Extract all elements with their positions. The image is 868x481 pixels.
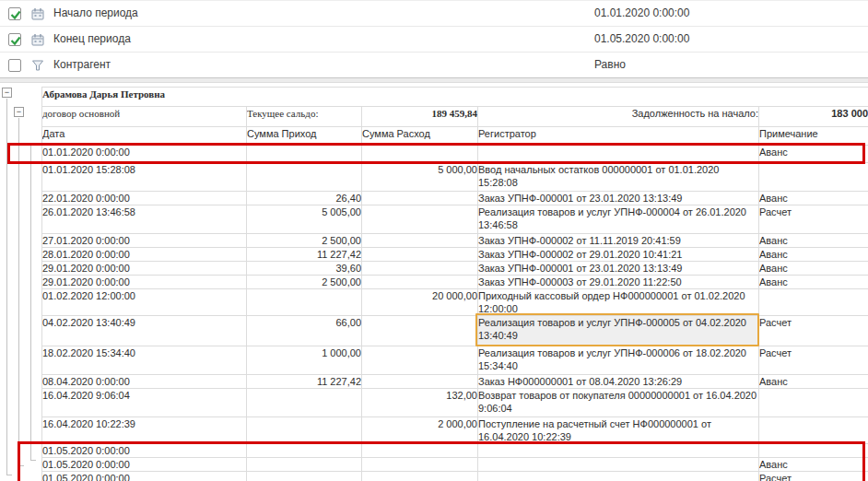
date-cell[interactable]: 01.05.2020 0:00:00 (42, 472, 247, 481)
note-cell[interactable]: Расчет (759, 316, 868, 346)
date-cell[interactable]: 29.01.2020 0:00:00 (42, 276, 247, 289)
table-row[interactable]: 22.01.2020 0:00:0026,40Заказ УПНФ-000001… (42, 192, 868, 205)
date-cell[interactable]: 01.01.2020 0:00:00 (42, 146, 247, 163)
date-cell[interactable]: 01.05.2020 0:00:00 (42, 458, 247, 472)
prihod-cell[interactable] (247, 444, 362, 458)
registrator-cell[interactable]: Возврат товаров от покупателя 0000000000… (478, 389, 759, 417)
rashod-cell[interactable] (362, 205, 478, 234)
column-header-prihod[interactable]: Сумма Приход (247, 127, 362, 146)
prihod-cell[interactable] (247, 163, 362, 192)
table-row[interactable]: 28.01.2020 0:00:0011 227,42Заказ УПНФ-00… (42, 248, 868, 262)
prihod-cell[interactable]: 26,40 (247, 192, 362, 205)
note-cell[interactable]: Аванс (759, 234, 868, 248)
table-row[interactable]: 29.01.2020 0:00:002 500,00Заказ УПНФ-000… (42, 276, 868, 289)
prihod-cell[interactable]: 1 000,00 (247, 346, 362, 375)
contract-label[interactable]: договор основной (42, 107, 247, 127)
rashod-cell[interactable] (362, 444, 478, 458)
table-row[interactable]: 01.02.2020 12:00:0020 000,00Приходный ка… (42, 289, 868, 316)
note-cell[interactable]: Аванс (759, 375, 868, 389)
group-title[interactable]: Абрамова Дарья Петровна (42, 88, 868, 107)
date-cell[interactable]: 28.01.2020 0:00:00 (42, 248, 247, 262)
registrator-cell[interactable]: Заказ УПНФ-000002 от 29.01.2020 10:41:21 (478, 248, 759, 262)
rashod-cell[interactable] (362, 375, 478, 389)
note-cell[interactable] (759, 444, 868, 458)
table-row[interactable]: 01.05.2020 0:00:00 (42, 444, 868, 458)
period-end-checkbox[interactable] (8, 33, 21, 46)
registrator-cell[interactable]: Поступление на расчетный счет НФ00000000… (478, 417, 759, 444)
filter-row-period-end[interactable]: Конец периода 01.05.2020 0:00:00 (0, 27, 868, 53)
registrator-cell[interactable]: Заказ УПНФ-000001 от 23.01.2020 13:13:49 (478, 192, 759, 205)
note-cell[interactable]: Аванс (759, 458, 868, 472)
table-row[interactable]: 01.01.2020 15:28:085 000,00Ввод начальны… (42, 163, 868, 192)
counterparty-checkbox[interactable] (8, 59, 21, 72)
column-header-date[interactable]: Дата (42, 127, 247, 146)
date-cell[interactable]: 29.01.2020 0:00:00 (42, 262, 247, 276)
note-cell[interactable]: Аванс (759, 192, 868, 205)
registrator-cell[interactable] (478, 472, 759, 481)
table-row[interactable]: 27.01.2020 0:00:002 500,00Заказ УПНФ-000… (42, 234, 868, 248)
note-cell[interactable] (759, 289, 868, 316)
registrator-cell[interactable]: Заказ УПНФ-000002 от 11.11.2019 20:41:59 (478, 234, 759, 248)
registrator-cell[interactable]: Ввод начальных остатков 000000001 от 01.… (478, 163, 759, 192)
table-row[interactable]: 01.05.2020 0:00:00Расчет (42, 472, 868, 481)
rashod-cell[interactable]: 132,00 (362, 389, 478, 417)
collapse-group-button-counterparty[interactable]: − (2, 88, 12, 98)
table-row[interactable]: 08.04.2020 0:00:0011 227,42Заказ НФ00000… (42, 375, 868, 389)
table-row[interactable]: 01.01.2020 0:00:00Аванс (42, 146, 868, 163)
column-header-registrator[interactable]: Регистратор (478, 127, 759, 146)
filter-value-period-end[interactable]: 01.05.2020 0:00:00 (594, 27, 689, 52)
table-row[interactable]: 16.04.2020 10:22:392 000,00Поступление н… (42, 417, 868, 444)
rashod-cell[interactable] (362, 234, 478, 248)
date-cell[interactable]: 26.01.2020 13:46:58 (42, 205, 247, 234)
table-row[interactable]: 18.02.2020 15:34:401 000,00Реализация то… (42, 346, 868, 375)
rashod-cell[interactable] (362, 458, 478, 472)
prihod-cell[interactable] (247, 289, 362, 316)
filter-value-period-start[interactable]: 01.01.2020 0:00:00 (594, 1, 689, 26)
table-row[interactable]: 29.01.2020 0:00:0039,60Заказ УПНФ-000001… (42, 262, 868, 276)
prihod-cell[interactable] (247, 458, 362, 472)
prihod-cell[interactable] (247, 146, 362, 163)
collapse-group-button-contract[interactable]: − (14, 107, 24, 117)
registrator-cell[interactable]: Заказ УПНФ-000003 от 29.01.2020 11:22:50 (478, 276, 759, 289)
note-cell[interactable]: Расчет (759, 205, 868, 234)
prihod-cell[interactable]: 5 005,00 (247, 205, 362, 234)
prihod-cell[interactable]: 2 500,00 (247, 276, 362, 289)
note-cell[interactable] (759, 163, 868, 192)
filter-value-counterparty[interactable]: Равно (594, 53, 626, 77)
rashod-cell[interactable] (362, 192, 478, 205)
note-cell[interactable]: Расчет (759, 346, 868, 375)
date-cell[interactable]: 22.01.2020 0:00:00 (42, 192, 247, 205)
rashod-cell[interactable] (362, 346, 478, 375)
filter-row-period-start[interactable]: Начало периода 01.01.2020 0:00:00 (0, 1, 868, 27)
table-row[interactable]: 04.02.2020 13:40:4966,00Реализация товар… (42, 316, 868, 346)
note-cell[interactable] (759, 417, 868, 444)
table-row[interactable]: 01.05.2020 0:00:00Аванс (42, 458, 868, 472)
registrator-cell[interactable]: Реализация товаров и услуг УПНФ-000005 о… (478, 316, 759, 346)
filter-row-counterparty[interactable]: Контрагент Равно (0, 53, 868, 78)
rashod-cell[interactable] (362, 248, 478, 262)
rashod-cell[interactable]: 5 000,00 (362, 163, 478, 192)
group-row-contract[interactable]: договор основной Текущее сальдо: 189 459… (42, 107, 868, 127)
date-cell[interactable]: 01.05.2020 0:00:00 (42, 444, 247, 458)
registrator-cell[interactable] (478, 458, 759, 472)
rashod-cell[interactable] (362, 146, 478, 163)
date-cell[interactable]: 16.04.2020 9:06:04 (42, 389, 247, 417)
rashod-cell[interactable]: 2 000,00 (362, 417, 478, 444)
registrator-cell[interactable]: Реализация товаров и услуг УПНФ-000006 о… (478, 346, 759, 375)
prihod-cell[interactable]: 39,60 (247, 262, 362, 276)
rashod-cell[interactable] (362, 262, 478, 276)
date-cell[interactable]: 04.02.2020 13:40:49 (42, 316, 247, 346)
table-row[interactable]: 16.04.2020 9:06:04132,00Возврат товаров … (42, 389, 868, 417)
date-cell[interactable]: 27.01.2020 0:00:00 (42, 234, 247, 248)
column-header-rashod[interactable]: Сумма Расход (362, 127, 478, 146)
rashod-cell[interactable] (362, 472, 478, 481)
date-cell[interactable]: 16.04.2020 10:22:39 (42, 417, 247, 444)
note-cell[interactable]: Аванс (759, 248, 868, 262)
date-cell[interactable]: 18.02.2020 15:34:40 (42, 346, 247, 375)
table-row[interactable]: 26.01.2020 13:46:585 005,00Реализация то… (42, 205, 868, 234)
prihod-cell[interactable]: 11 227,42 (247, 248, 362, 262)
note-cell[interactable]: Расчет (759, 472, 868, 481)
date-cell[interactable]: 01.02.2020 12:00:00 (42, 289, 247, 316)
prihod-cell[interactable]: 2 500,00 (247, 234, 362, 248)
note-cell[interactable]: Аванс (759, 276, 868, 289)
